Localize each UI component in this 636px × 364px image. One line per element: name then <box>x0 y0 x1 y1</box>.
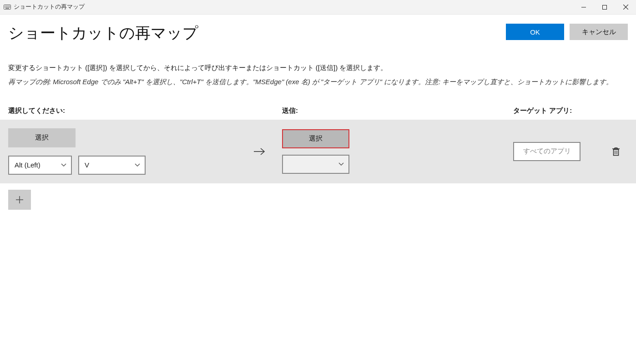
chevron-down-icon <box>135 163 140 167</box>
chevron-down-icon <box>338 162 344 166</box>
svg-rect-17 <box>614 149 619 155</box>
action-buttons: OK キャンセル <box>506 24 628 40</box>
arrow-icon <box>246 147 273 156</box>
svg-rect-13 <box>603 5 607 9</box>
svg-rect-8 <box>7 7 8 8</box>
svg-rect-10 <box>10 7 10 8</box>
column-header-target: ターゲット アプリ: <box>513 106 628 115</box>
svg-rect-3 <box>7 6 8 7</box>
window-titlebar: ショートカットの再マップ <box>0 0 636 15</box>
modifier-dropdown[interactable]: Alt (Left) <box>8 156 72 175</box>
select-shortcut-button[interactable]: 選択 <box>8 128 76 147</box>
header: ショートカットの再マップ OK キャンセル <box>0 15 636 48</box>
target-placeholder: すべてのアプリ <box>523 147 571 156</box>
maximize-button[interactable] <box>594 0 615 15</box>
close-button[interactable] <box>615 0 636 15</box>
plus-icon <box>15 195 24 204</box>
trash-icon <box>612 147 620 156</box>
key-value: V <box>85 161 89 169</box>
column-header-select: 選択してください: <box>8 106 282 115</box>
send-select-button[interactable]: 選択 <box>282 129 349 148</box>
body-text: 変更するショートカット ([選択]) を選択してから、それによって呼び出すキーま… <box>0 48 636 100</box>
select-area: 選択 Alt (Left) V <box>8 128 282 175</box>
key-dropdown[interactable]: V <box>78 156 146 175</box>
target-area: すべてのアプリ <box>513 142 628 161</box>
key-dropdowns: Alt (Left) V <box>8 156 146 175</box>
add-mapping-button[interactable] <box>8 190 31 210</box>
add-row-area <box>0 183 636 216</box>
page-title: ショートカットの再マップ <box>8 23 506 44</box>
window-controls <box>573 0 636 15</box>
column-header-send: 送信: <box>282 106 513 115</box>
modifier-value: Alt (Left) <box>15 161 40 169</box>
example-text: 再マップの例: Microsoft Edge でのみ "Alt+T" を選択し、… <box>8 77 628 87</box>
svg-rect-6 <box>5 7 6 8</box>
svg-rect-2 <box>6 6 7 7</box>
cancel-button[interactable]: キャンセル <box>570 24 628 40</box>
svg-rect-1 <box>5 6 6 7</box>
target-app-input[interactable]: すべてのアプリ <box>513 142 580 161</box>
delete-row-button[interactable] <box>608 143 624 160</box>
chevron-down-icon <box>61 163 66 167</box>
svg-rect-7 <box>6 7 7 8</box>
ok-button[interactable]: OK <box>506 24 564 40</box>
description-text: 変更するショートカット ([選択]) を選択してから、それによって呼び出すキーま… <box>8 64 628 72</box>
svg-rect-9 <box>8 7 9 8</box>
send-area: 選択 <box>282 129 513 174</box>
window-title: ショートカットの再マップ <box>14 3 85 11</box>
send-dropdown[interactable] <box>282 155 349 174</box>
minimize-button[interactable] <box>573 0 594 15</box>
svg-rect-11 <box>5 8 9 9</box>
keyboard-icon <box>4 5 11 10</box>
svg-rect-5 <box>10 6 10 7</box>
svg-rect-4 <box>8 6 9 7</box>
mapping-row: 選択 Alt (Left) V <box>0 120 636 183</box>
column-headers: 選択してください: 送信: ターゲット アプリ: <box>0 100 636 120</box>
